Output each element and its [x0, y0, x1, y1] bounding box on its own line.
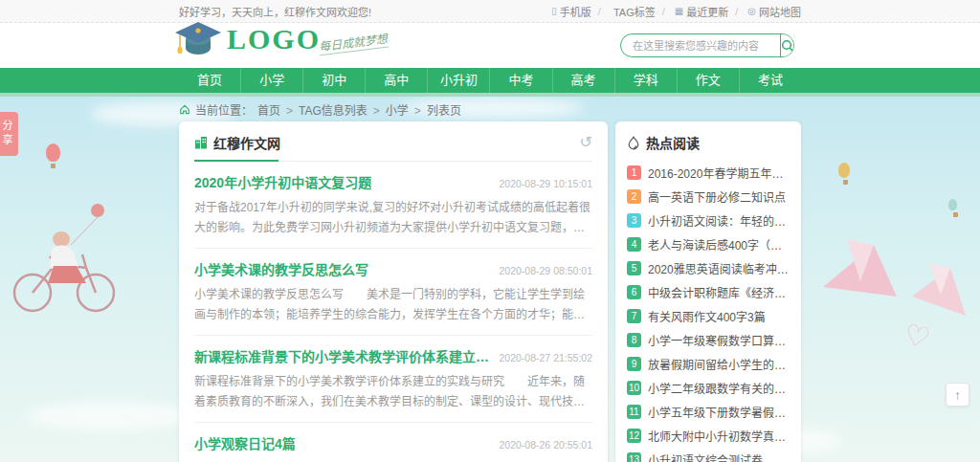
nav-accent-strip — [0, 93, 980, 97]
nav-item[interactable]: 小学 — [241, 68, 303, 93]
nav-item[interactable]: 考试 — [740, 68, 801, 93]
topbar-link[interactable]: TAG标签 — [591, 4, 656, 19]
article-item: 新课程标准背景下的小学美术教学评价体系建立的实践与研究 2020-08-27 2… — [194, 336, 592, 423]
search-bar — [620, 33, 794, 57]
topbar-link[interactable]: ▦ 最近更新 — [656, 4, 729, 19]
topbar-links: ▯ 手机版 TAG标签 ▦ 最近更新 ◎ 网站地图 — [551, 4, 801, 19]
section-title: 红穆作文网 — [213, 133, 280, 152]
back-to-top-button[interactable]: ↑ — [946, 383, 969, 407]
nav-item[interactable]: 初中 — [303, 68, 366, 93]
article-summary: 新课程标准背景下的小学美术教学评价体系建立的实践与研究 近年来，随着素质教育的不… — [194, 372, 592, 412]
hot-list-item[interactable]: 5 2020雅思英语阅读临考冲刺试题附答案 — [627, 260, 790, 276]
topbar: 好好学习，天天向上，红穆作文网欢迎您! ▯ 手机版 TAG标签 ▦ 最近更新 — [0, 0, 980, 23]
breadcrumb-item[interactable]: 列表页 — [409, 101, 461, 118]
article-summary: 小学美术课的教学反思怎么写 美术是一门特别的学科，它能让学生学到绘画与制作的本领… — [194, 285, 592, 325]
article-title-link[interactable]: 小学观察日记4篇 — [194, 433, 296, 452]
article-item: 2020年小学升初中语文复习题 2020-08-29 10:15:01 对于备战… — [194, 162, 592, 249]
rank-badge: 8 — [627, 333, 641, 347]
main-nav: 首页 小学 初中 高中 小升初 中考 高考 学科 作文 考试 — [0, 68, 980, 97]
hot-item-text: 小升初语文阅读：年轻的国旗 — [648, 212, 790, 229]
hot-item-text: 2016-2020年春学期五年级语文下期末模拟 — [648, 165, 790, 181]
hot-item-text: 北师大附中小升初数学真题汇编 — [648, 428, 790, 444]
refresh-icon[interactable]: ↺ — [580, 135, 592, 150]
article-list: 2020年小学升初中语文复习题 2020-08-29 10:15:01 对于备战… — [194, 162, 592, 462]
breadcrumb-item[interactable]: 小学 — [368, 101, 409, 118]
slogan-text: 每日成就梦想 — [318, 30, 389, 56]
rank-badge: 10 — [627, 381, 641, 395]
rank-badge: 1 — [627, 165, 641, 180]
graduation-cap-icon — [171, 16, 225, 62]
article-title-link[interactable]: 新课程标准背景下的小学美术教学评价体系建立的实践与研究 — [194, 346, 490, 365]
logo-text: LOGO — [227, 23, 321, 55]
hot-list-item[interactable]: 10 小学二年级跟数学有关的日记 — [627, 380, 790, 396]
hot-list-item[interactable]: 4 老人与海读后感400字（精选3篇） — [627, 236, 790, 253]
nav-item[interactable]: 学科 — [615, 68, 678, 93]
nav-item[interactable]: 小升初 — [428, 68, 490, 93]
share-tab[interactable]: 分享 — [0, 112, 18, 156]
section-header: 红穆作文网 ↺ — [194, 133, 592, 162]
hot-list-item[interactable]: 13 小升初语文综合测试卷 — [627, 451, 790, 462]
article-summary: 对于备战2017年小升初的同学来说,复习的好坏对小升初考试成绩的高低起着很大的影… — [194, 198, 592, 238]
article-title-link[interactable]: 小学美术课的教学反思怎么写 — [194, 259, 368, 278]
article-date: 2020-08-29 08:50:01 — [500, 265, 593, 276]
hot-item-text: 小学五年级下册数学暑假作业答案【20-61 — [648, 404, 790, 420]
hot-item-text: 有关风雨作文400字3篇 — [648, 308, 766, 324]
breadcrumb-item[interactable]: TAG信息列表 — [280, 101, 368, 118]
hot-list-item[interactable]: 2 高一英语下册必修二知识点 — [627, 188, 790, 205]
hot-item-text: 小升初语文综合测试卷 — [648, 451, 763, 462]
topbar-link[interactable]: ▯ 手机版 — [551, 4, 591, 19]
rank-badge: 11 — [627, 405, 641, 419]
article-title-link[interactable]: 2020年小学升初中语文复习题 — [194, 172, 371, 191]
hot-item-text: 小学一年级寒假数学口算练习题三篇 — [648, 332, 790, 348]
topbar-link-label: TAG标签 — [613, 4, 656, 19]
article-date: 2020-08-29 10:15:01 — [500, 178, 593, 189]
search-button[interactable] — [780, 34, 794, 56]
arrow-up-icon: ↑ — [954, 387, 961, 403]
article-date: 2020-08-27 21:55:02 — [500, 352, 593, 363]
hot-item-text: 老人与海读后感400字（精选3篇） — [648, 236, 790, 253]
hot-item-text: 2020雅思英语阅读临考冲刺试题附答案 — [648, 260, 790, 276]
hot-reading-title: 热点阅读 — [646, 133, 700, 152]
hot-list-item[interactable]: 6 中级会计职称题库《经济法》检测题 — [627, 284, 790, 300]
topbar-link-icon: ▦ — [675, 6, 683, 16]
breadcrumb-prefix: 当前位置： — [195, 101, 253, 118]
rank-badge: 13 — [627, 452, 641, 462]
nav-item[interactable]: 首页 — [179, 68, 241, 93]
hot-list-item[interactable]: 1 2016-2020年春学期五年级语文下期末模拟 — [627, 165, 790, 181]
topbar-link-icon: ▯ — [551, 6, 557, 16]
article-item: 小学观察日记4篇 2020-08-26 20:55:01 【精选】小学观察日记4… — [194, 423, 592, 462]
topbar-link[interactable]: ◎ 网站地图 — [728, 4, 801, 19]
rank-badge: 4 — [627, 237, 641, 252]
search-icon — [781, 39, 794, 53]
hot-reading-list: 1 2016-2020年春学期五年级语文下期末模拟 2 高一英语下册必修二知识点… — [627, 165, 790, 462]
rank-badge: 2 — [627, 189, 641, 204]
rank-badge: 3 — [627, 213, 641, 228]
topbar-link-icon: ◎ — [747, 6, 756, 16]
rank-badge: 12 — [627, 429, 641, 443]
rank-badge: 6 — [627, 285, 641, 299]
hot-item-text: 小学二年级跟数学有关的日记 — [648, 380, 790, 396]
nav-item[interactable]: 高中 — [366, 68, 428, 93]
nav-items: 首页 小学 初中 高中 小升初 中考 高考 学科 作文 考试 — [179, 68, 801, 93]
hot-list-item[interactable]: 11 小学五年级下册数学暑假作业答案【20-61 — [627, 404, 790, 420]
hot-reading-header: 热点阅读 — [627, 133, 790, 157]
hot-list-item[interactable]: 3 小升初语文阅读：年轻的国旗 — [627, 212, 790, 229]
main-content: 红穆作文网 ↺ 2020年小学升初中语文复习题 2020-08-29 10:15… — [0, 121, 980, 462]
article-item: 小学美术课的教学反思怎么写 2020-08-29 08:50:01 小学美术课的… — [194, 249, 592, 336]
nav-item[interactable]: 高考 — [553, 68, 615, 93]
nav-item[interactable]: 作文 — [678, 68, 740, 93]
hot-list-item[interactable]: 12 北师大附中小升初数学真题汇编 — [627, 428, 790, 444]
nav-item[interactable]: 中考 — [490, 68, 552, 93]
site-logo[interactable]: LOGO — [171, 16, 321, 62]
hot-list-item[interactable]: 7 有关风雨作文400字3篇 — [627, 308, 790, 324]
rank-badge: 9 — [627, 357, 641, 371]
breadcrumb: 当前位置： 首页TAG信息列表小学列表页 — [0, 97, 980, 121]
breadcrumb-item[interactable]: 首页 — [257, 101, 280, 118]
topbar-link-label: 手机版 — [560, 4, 591, 19]
hot-list-item[interactable]: 9 放暑假期间留给小学生的三年级英语作文范文 — [627, 356, 790, 372]
search-input[interactable] — [621, 34, 780, 56]
topbar-link-label: 最近更新 — [686, 4, 728, 19]
home-icon — [179, 103, 190, 115]
site-header: LOGO 每日成就梦想 — [0, 23, 980, 68]
hot-list-item[interactable]: 8 小学一年级寒假数学口算练习题三篇 — [627, 332, 790, 348]
